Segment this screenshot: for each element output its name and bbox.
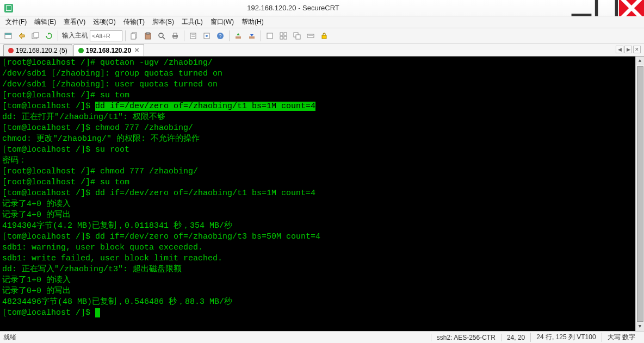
- menu-tools[interactable]: 工具(L): [178, 16, 206, 28]
- svg-point-21: [206, 35, 208, 37]
- tab-label: 192.168.120.20: [86, 47, 131, 54]
- tabbar: 192.168.120.2 (5) 192.168.120.20 ✕ ◀ ▶ ✕: [0, 43, 644, 57]
- svg-text:?: ?: [219, 33, 221, 39]
- svg-rect-25: [249, 36, 255, 39]
- toolbar-sep-1: [58, 30, 58, 41]
- svg-rect-27: [280, 33, 283, 35]
- window-title: 192.168.120.20 - SecureCRT: [17, 4, 569, 12]
- svg-rect-1: [597, 0, 617, 18]
- menu-options[interactable]: 选项(O): [90, 16, 119, 28]
- svg-point-12: [159, 33, 163, 38]
- menu-window[interactable]: 窗口(W): [207, 16, 237, 28]
- scroll-up-icon[interactable]: ▲: [636, 57, 644, 65]
- paste-icon[interactable]: [142, 30, 154, 42]
- toolbar-sep-2: [125, 30, 126, 41]
- quick-connect-icon[interactable]: [16, 30, 28, 42]
- scrollbar[interactable]: ▲ ▼: [635, 57, 644, 331]
- menu-help[interactable]: 帮助(H): [238, 16, 267, 28]
- tile-icon[interactable]: [277, 30, 289, 42]
- tab-close-icon[interactable]: ✕: [633, 46, 641, 53]
- svg-line-13: [163, 37, 165, 39]
- svg-rect-32: [296, 35, 300, 39]
- host-label: 输入主机: [62, 31, 88, 40]
- maximize-button[interactable]: [594, 0, 619, 16]
- minimize-button[interactable]: [569, 0, 594, 16]
- menu-view[interactable]: 查看(V): [60, 16, 89, 28]
- window-buttons: [569, 0, 644, 16]
- menu-transfer[interactable]: 传输(T): [120, 16, 148, 28]
- svg-rect-5: [5, 33, 11, 35]
- host-input[interactable]: [90, 30, 122, 41]
- keyboard-icon[interactable]: [305, 30, 317, 42]
- menu-file[interactable]: 文件(F): [2, 16, 30, 28]
- new-window-icon[interactable]: [264, 30, 276, 42]
- svg-rect-35: [322, 35, 326, 39]
- print-icon[interactable]: [169, 30, 181, 42]
- status-size: 24 行, 125 列 VT100: [530, 333, 601, 342]
- status-dot-icon: [8, 48, 14, 53]
- toolbar: 输入主机 ?: [0, 28, 644, 43]
- tab-next-icon[interactable]: ▶: [624, 46, 632, 53]
- tab-1[interactable]: 192.168.120.20 ✕: [73, 44, 144, 56]
- cascade-icon[interactable]: [291, 30, 303, 42]
- scroll-thumb[interactable]: [637, 66, 643, 322]
- menubar: 文件(F) 编辑(E) 查看(V) 选项(O) 传输(T) 脚本(S) 工具(L…: [0, 16, 644, 28]
- svg-rect-17: [190, 33, 196, 39]
- toolbar-sep-3: [184, 30, 184, 41]
- svg-rect-15: [174, 33, 177, 35]
- svg-rect-24: [236, 36, 241, 39]
- svg-rect-28: [284, 33, 287, 35]
- menu-script[interactable]: 脚本(S): [149, 16, 177, 28]
- tab-nav: ◀ ▶ ✕: [616, 46, 641, 53]
- svg-rect-29: [280, 36, 283, 39]
- favorites-icon[interactable]: [201, 30, 213, 42]
- copy-icon[interactable]: [128, 30, 140, 42]
- svg-rect-33: [307, 34, 314, 38]
- svg-rect-16: [174, 37, 177, 39]
- properties-icon[interactable]: [187, 30, 199, 42]
- app-icon: [4, 4, 13, 13]
- zmodem-download-icon[interactable]: [246, 30, 258, 42]
- connect-tab-icon[interactable]: [29, 30, 41, 42]
- reconnect-icon[interactable]: [43, 30, 55, 42]
- close-tab-icon[interactable]: ✕: [134, 47, 139, 54]
- menu-edit[interactable]: 编辑(E): [31, 16, 59, 28]
- svg-rect-26: [267, 33, 273, 39]
- lock-icon[interactable]: [318, 30, 330, 42]
- toolbar-sep-4: [229, 30, 230, 41]
- zmodem-upload-icon[interactable]: [232, 30, 244, 42]
- status-ready: 就绪: [3, 333, 16, 342]
- status-cursor: 24, 20: [501, 334, 530, 341]
- status-connection: ssh2: AES-256-CTR: [431, 334, 501, 341]
- find-icon[interactable]: [156, 30, 168, 42]
- statusbar: 就绪 ssh2: AES-256-CTR 24, 20 24 行, 125 列 …: [0, 331, 644, 343]
- status-caps: 大写 数字: [602, 333, 641, 342]
- close-button[interactable]: [619, 0, 644, 16]
- help-icon[interactable]: ?: [214, 30, 226, 42]
- titlebar: 192.168.120.20 - SecureCRT: [0, 0, 644, 16]
- svg-rect-7: [34, 33, 39, 38]
- svg-rect-11: [146, 33, 150, 34]
- svg-rect-9: [131, 34, 135, 39]
- tab-label: 192.168.120.2 (5): [16, 47, 67, 54]
- tab-prev-icon[interactable]: ◀: [616, 46, 623, 53]
- session-manager-icon[interactable]: [2, 30, 14, 42]
- svg-rect-30: [284, 36, 287, 39]
- toolbar-sep-5: [261, 30, 261, 41]
- status-dot-icon: [78, 48, 84, 53]
- terminal[interactable]: [root@localhost /]# quotaon -ugv /zhaobi…: [0, 57, 644, 331]
- tab-0[interactable]: 192.168.120.2 (5): [3, 44, 72, 56]
- scroll-down-icon[interactable]: ▼: [636, 322, 644, 331]
